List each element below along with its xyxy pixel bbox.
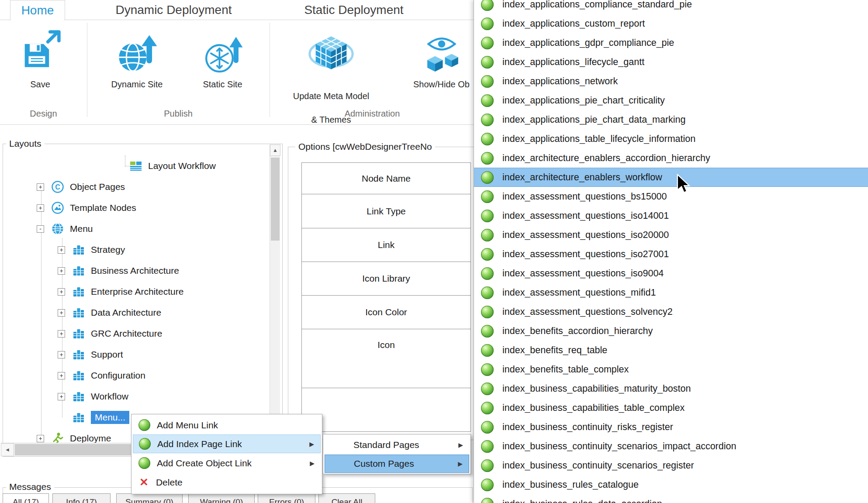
scroll-up-icon[interactable]: ▲: [270, 145, 280, 156]
menu-item-add-menu-link[interactable]: Add Menu Link: [133, 416, 321, 434]
dynamic-site-button[interactable]: Dynamic Site: [103, 30, 171, 90]
page-list-item-label: index_applications_pie_chart_criticality: [502, 95, 665, 106]
page-list-item[interactable]: index_assessment_questions_iso9004: [474, 264, 868, 283]
expand-plus-icon[interactable]: +: [58, 372, 65, 379]
page-list-item[interactable]: index_architecture_enablers_accordion_hi…: [474, 148, 868, 168]
page-icon: [481, 267, 494, 280]
expand-plus-icon[interactable]: +: [37, 204, 44, 212]
page-icon: [481, 440, 494, 453]
tab-home[interactable]: Home: [10, 0, 65, 21]
tree-item-grc-architecture[interactable]: + GRC Architecture: [58, 323, 162, 344]
page-list-item[interactable]: index_applications_custom_report: [474, 14, 868, 33]
tree-item-strategy[interactable]: + Strategy: [58, 239, 125, 260]
page-list-item[interactable]: index_benefits_req_table: [474, 341, 868, 360]
tab-dynamic-deployment[interactable]: Dynamic Deployment: [90, 0, 258, 20]
page-list-item[interactable]: index_business_continuity_scenarios_regi…: [474, 456, 868, 475]
menu-item-delete[interactable]: ✕ Delete: [133, 473, 321, 492]
tree-item-support[interactable]: + Support: [58, 344, 123, 365]
page-icon: [481, 94, 494, 107]
page-list-item[interactable]: index_assessment_questions_iso20000: [474, 225, 868, 245]
page-list-item[interactable]: index_business_rules_data_accordion: [474, 494, 868, 503]
page-list-item-label: index_applications_table_lifecycle_infor…: [502, 134, 695, 145]
page-list-item-label: index_business_continuity_scenarios_regi…: [502, 460, 694, 471]
page-icon: [481, 459, 494, 472]
menu-item-add-index-page-link[interactable]: Add Index Page Link ▶: [133, 434, 321, 453]
template-nodes-icon: [51, 201, 64, 214]
expand-plus-icon[interactable]: +: [58, 246, 65, 254]
menu-item-label: Add Index Page Link: [157, 439, 242, 449]
green-sphere-icon: [138, 419, 150, 431]
expand-plus-icon[interactable]: +: [58, 309, 65, 317]
update-meta-label-line1: Update Meta Model: [293, 91, 370, 101]
expand-plus-icon[interactable]: +: [37, 183, 44, 191]
building-icon: [72, 285, 85, 298]
expand-plus-icon[interactable]: +: [37, 435, 44, 442]
expand-plus-icon[interactable]: +: [58, 393, 65, 400]
tree-item-data-architecture[interactable]: + Data Architecture: [58, 302, 161, 323]
submenu-item-custom-pages[interactable]: Custom Pages ▶: [325, 455, 469, 473]
page-list-item[interactable]: index_benefits_table_complex: [474, 360, 868, 379]
page-icon: [481, 210, 494, 222]
page-list-item[interactable]: index_assessment_questions_mifid1: [474, 283, 868, 302]
tree-item-menu[interactable]: - Menu: [37, 218, 93, 239]
submenu-item-label: Standard Pages: [353, 440, 419, 450]
messages-tab-info[interactable]: Info (17): [52, 493, 111, 503]
messages-tab-all[interactable]: All (17): [3, 493, 49, 503]
page-list-item-label: index_benefits_accordion_hierarchy: [502, 326, 653, 337]
expand-plus-icon[interactable]: +: [58, 288, 65, 296]
tree-item-template-nodes[interactable]: + Template Nodes: [37, 197, 136, 218]
page-list-item[interactable]: index_business_capabilities_table_comple…: [474, 398, 868, 417]
page-list-item[interactable]: index_applications_pie_chart_data_markin…: [474, 110, 868, 129]
static-site-button[interactable]: Static Site: [189, 30, 256, 90]
page-list-item[interactable]: index_assessment_questions_iso14001: [474, 206, 868, 225]
ribbon-group-administration: Administration: [270, 107, 475, 120]
expand-minus-icon[interactable]: -: [37, 225, 44, 233]
page-list-item[interactable]: index_applications_pie_chart_criticality: [474, 91, 868, 110]
page-list-item[interactable]: index_benefits_accordion_hierarchy: [474, 321, 868, 341]
page-list-item[interactable]: index_assessment_questions_bs15000: [474, 187, 868, 206]
tree-item-object-pages[interactable]: + Object Pages: [37, 176, 125, 197]
page-list-item-selected[interactable]: index_architecture_enablers_workflow: [474, 168, 868, 187]
scrollbar-thumb[interactable]: [15, 444, 133, 455]
show-hide-objects-button[interactable]: Show/Hide Ob: [405, 30, 477, 90]
page-list-item[interactable]: index_business_continuity_scenarios_impa…: [474, 437, 868, 456]
messages-panel-title: Messages: [6, 482, 54, 492]
expand-plus-icon[interactable]: +: [58, 330, 65, 338]
page-list-item[interactable]: index_business_capabilities_maturity_bos…: [474, 379, 868, 398]
submenu-item-standard-pages[interactable]: Standard Pages ▶: [325, 436, 469, 454]
page-list-item[interactable]: index_applications_network: [474, 72, 868, 91]
messages-tab-summary[interactable]: Summary (0): [116, 493, 183, 503]
page-list-item[interactable]: index_assessment_questions_solvency2: [474, 302, 868, 321]
ribbon-group-design: Design: [0, 107, 87, 120]
page-icon: [481, 133, 494, 145]
save-button[interactable]: Save: [17, 30, 63, 90]
tree-item-configuration[interactable]: + Configuration: [58, 365, 145, 386]
page-list-item[interactable]: index_applications_compliance_standard_p…: [474, 0, 868, 14]
page-icon: [481, 325, 494, 338]
tree-item-business-architecture[interactable]: + Business Architecture: [58, 260, 179, 281]
tree-item-workflow[interactable]: + Workflow: [58, 386, 128, 407]
messages-clear-all-button[interactable]: Clear All: [318, 493, 375, 503]
messages-tab-errors[interactable]: Errors (0): [258, 493, 315, 503]
menu-item-add-create-object-link[interactable]: Add Create Object Link ▶: [133, 454, 321, 472]
scroll-left-icon[interactable]: ◄: [1, 443, 14, 456]
page-list-item[interactable]: index_applications_lifecycle_gantt: [474, 52, 868, 72]
expand-plus-icon[interactable]: +: [58, 351, 65, 358]
page-list-item[interactable]: index_business_continuity_risks_register: [474, 417, 868, 437]
tree-item-label: Configuration: [91, 370, 145, 381]
tree-item-label: Support: [91, 349, 123, 360]
page-list-item[interactable]: index_applications_table_lifecycle_infor…: [474, 129, 868, 148]
page-list-item[interactable]: index_business_rules_catalogue: [474, 475, 868, 494]
page-list-item[interactable]: index_assessment_questions_iso27001: [474, 245, 868, 264]
messages-tab-warning[interactable]: Warning (0): [188, 493, 255, 503]
tree-item-enterprise-architecture[interactable]: + Enterprise Architecture: [58, 281, 183, 302]
scrollbar-thumb[interactable]: [271, 158, 280, 241]
expand-plus-icon[interactable]: +: [58, 267, 65, 275]
tree-item-menu-selected[interactable]: Menu...: [72, 407, 129, 428]
tab-static-deployment[interactable]: Static Deployment: [282, 0, 426, 20]
tree-item-layout-workflow[interactable]: Layout Workflow: [129, 155, 216, 176]
layouts-vertical-scrollbar[interactable]: ▲: [270, 145, 280, 442]
submenu-arrow-icon: ▶: [310, 460, 315, 467]
page-list-item[interactable]: index_applications_gdpr_compliance_pie: [474, 33, 868, 52]
page-icon: [481, 306, 494, 318]
